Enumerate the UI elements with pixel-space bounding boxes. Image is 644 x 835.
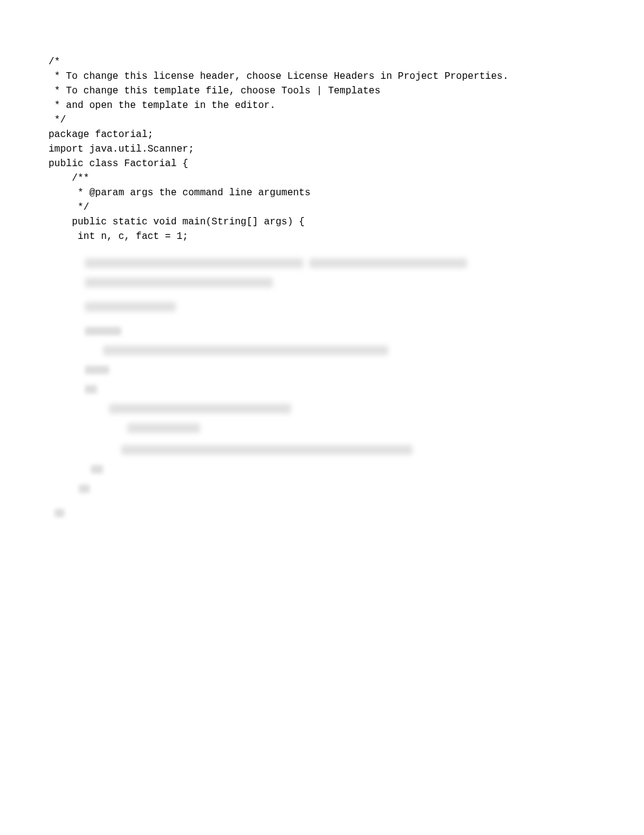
code-line: * To change this license header, choose … [49,69,595,84]
code-line: public class Factorial { [49,156,595,171]
blurred-line [49,275,595,290]
blurred-line [49,401,595,416]
blurred-line [49,421,595,435]
blurred-line [49,462,595,477]
code-line: */ [49,113,595,127]
blurred-line [49,324,595,338]
blurred-line [49,382,595,397]
blurred-line [49,300,595,314]
code-line: import java.util.Scanner; [49,142,595,156]
code-line: * and open the template in the editor. [49,98,595,113]
code-line: public static void main(String[] args) { [49,215,595,229]
blurred-line [49,343,595,358]
visible-code: /* * To change this license header, choo… [49,55,595,244]
code-line: */ [49,200,595,215]
blurred-line [49,443,595,457]
code-line: int n, c, fact = 1; [49,229,595,244]
blurred-line [49,256,595,270]
code-line: package factorial; [49,127,595,142]
code-line: /** [49,171,595,186]
code-line: /* [49,55,595,69]
code-line: * To change this template file, choose T… [49,84,595,98]
blurred-line [49,363,595,377]
code-document: /* * To change this license header, choo… [49,55,595,520]
blurred-code-section [49,256,595,520]
blurred-line [49,481,595,496]
blurred-line [49,506,595,520]
code-line: * @param args the command line arguments [49,186,595,200]
